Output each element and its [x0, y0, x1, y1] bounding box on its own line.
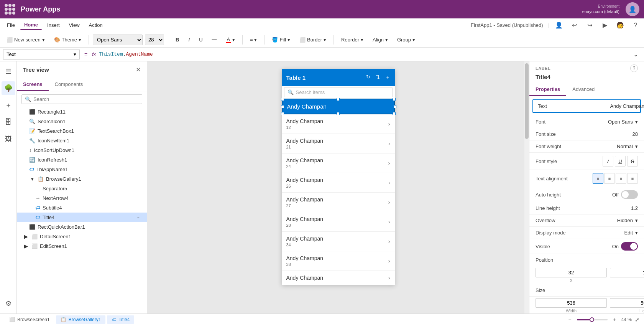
italic-button[interactable]: I	[185, 35, 194, 45]
strikethrough-style-btn[interactable]: S	[627, 156, 638, 167]
tab-advanced[interactable]: Advanced	[566, 83, 601, 96]
help-icon[interactable]: ?	[630, 64, 638, 72]
undo-icon[interactable]: ↩	[569, 20, 580, 31]
theme-button[interactable]: 🎨 Theme ▾	[51, 35, 85, 45]
add-icon[interactable]: ＋	[385, 74, 390, 81]
font-selector[interactable]: Open Sans	[93, 35, 143, 45]
selected-gallery-row[interactable]: Andy Champan	[282, 99, 395, 114]
property-dropdown[interactable]: Text ▾	[3, 49, 80, 60]
insert-icon[interactable]: ＋	[2, 98, 15, 112]
scrollbar-thumb[interactable]	[525, 63, 529, 139]
tree-item-lblappname1[interactable]: 🏷 LblAppName1	[17, 165, 147, 174]
align-left-btn[interactable]: ≡	[593, 173, 603, 184]
gallery-row-8[interactable]: Andy Champan 38 ›	[282, 251, 395, 271]
zoom-thumb[interactable]	[590, 317, 594, 322]
font-color-button[interactable]: A▾	[223, 35, 239, 45]
pos-x-input[interactable]	[536, 268, 607, 277]
close-button[interactable]: ✕	[136, 66, 141, 73]
play-icon[interactable]: ▶	[600, 20, 610, 31]
tree-item-separator5[interactable]: — Separator5	[17, 184, 147, 193]
tree-item-rectquickactionbar1[interactable]: ⬛ RectQuickActionBar1	[17, 222, 147, 232]
zoom-minus-button[interactable]: −	[566, 316, 574, 323]
menu-view[interactable]: View	[65, 21, 84, 30]
align-right-btn[interactable]: ≡	[616, 173, 626, 184]
tree-item-searchicon1[interactable]: 🔍 SearchIcon1	[17, 117, 147, 126]
gallery-row-2[interactable]: Andy Champan 21 ›	[282, 134, 395, 153]
tree-item-subtitle4[interactable]: 🏷 Subtitle4	[17, 203, 147, 213]
font-weight-dropdown[interactable]: Normal ▾	[582, 144, 638, 149]
tree-item-rectangle11[interactable]: ⬛ Rectangle11	[17, 107, 147, 117]
fill-button[interactable]: 🪣 Fill▾	[268, 35, 294, 45]
text-input[interactable]	[580, 103, 644, 109]
help-icon[interactable]: ?	[630, 20, 641, 31]
tree-item-browsegallery1[interactable]: ▾ 📋 BrowseGallery1	[17, 174, 147, 184]
tree-item-iconnewitem1[interactable]: 🔧 IconNewItem1	[17, 136, 147, 145]
pos-y-input[interactable]	[610, 268, 644, 277]
font-size-selector[interactable]: 28	[145, 35, 164, 45]
align-justify-btn[interactable]: ≡	[627, 173, 638, 184]
menu-home[interactable]: Home	[20, 20, 42, 30]
zoom-slider[interactable]	[577, 319, 608, 320]
border-button[interactable]: ⬜ Border▾	[296, 35, 330, 45]
tab-screens[interactable]: Screens	[17, 78, 49, 91]
gallery-row-9[interactable]: Andy Champan ›	[282, 271, 395, 285]
gallery-row-7[interactable]: Andy Champan 34 ›	[282, 232, 395, 251]
bold-button[interactable]: B	[172, 35, 182, 45]
display-mode-dropdown[interactable]: Edit ▾	[582, 230, 638, 236]
tree-expand-right-icon2[interactable]: ▶	[23, 243, 29, 249]
visible-toggle[interactable]	[621, 242, 638, 251]
more-options-button[interactable]: ···	[136, 214, 141, 220]
tree-expand-icon[interactable]: ▾	[29, 176, 35, 182]
person-icon[interactable]: 🧑	[615, 20, 626, 31]
screen-tab-browsescreen1[interactable]: ⬜ BrowseScreen1	[5, 315, 54, 324]
size-height-input[interactable]	[610, 298, 644, 308]
tree-item-nextarrow4[interactable]: → NextArrow4	[17, 193, 147, 203]
menu-action[interactable]: Action	[85, 21, 107, 30]
gallery-row-6[interactable]: Andy Champan 28 ›	[282, 212, 395, 232]
tree-view-icon[interactable]: 🌳	[2, 81, 15, 95]
gallery-row-1[interactable]: Andy Champan 12 ›	[282, 114, 395, 134]
screen-tab-browsegallery1[interactable]: 📋 BrowseGallery1	[56, 315, 106, 324]
tree-search-input[interactable]	[33, 96, 139, 102]
user-avatar[interactable]: 👤	[626, 2, 639, 16]
menu-file[interactable]: File	[3, 21, 19, 30]
tree-item-editscreen1[interactable]: ▶ ⬜ EditScreen1	[17, 241, 147, 251]
redo-icon[interactable]: ↪	[584, 20, 595, 31]
fullscreen-button[interactable]: ⤢	[635, 317, 639, 323]
auto-height-toggle[interactable]	[621, 190, 638, 199]
canvas-scrollbar[interactable]	[524, 61, 529, 313]
zoom-plus-button[interactable]: +	[611, 316, 618, 323]
sort-icon[interactable]: ⇅	[376, 74, 380, 81]
gallery-row-3[interactable]: Andy Champan 24 ›	[282, 153, 395, 173]
hamburger-icon[interactable]: ☰	[2, 64, 15, 78]
tree-item-iconrefresh1[interactable]: 🔄 IconRefresh1	[17, 155, 147, 165]
font-dropdown[interactable]: Open Sans ▾	[582, 119, 638, 125]
tab-components[interactable]: Components	[49, 78, 89, 91]
media-icon[interactable]: 🖼	[2, 132, 15, 146]
extensions-icon[interactable]: ⚙	[2, 297, 15, 310]
tree-item-iconsortupdown1[interactable]: ↕ IconSortUpDown1	[17, 145, 147, 155]
underline-style-btn[interactable]: U	[615, 156, 626, 167]
gallery-row-5[interactable]: Andy Champan 27 ›	[282, 193, 395, 212]
size-width-input[interactable]	[536, 298, 607, 308]
waffle-menu-icon[interactable]	[5, 4, 15, 15]
app-search-bar[interactable]: 🔍 Search items	[284, 87, 393, 97]
gallery-row-4[interactable]: Andy Champan 26 ›	[282, 173, 395, 193]
tab-properties[interactable]: Properties	[529, 83, 566, 96]
user-check-icon[interactable]: 👤	[554, 20, 564, 31]
menu-insert[interactable]: Insert	[43, 21, 64, 30]
data-icon[interactable]: 🗄	[2, 115, 15, 129]
screen-tab-title4[interactable]: 🏷 Title4	[107, 315, 134, 324]
align-center-btn[interactable]: ≡	[604, 173, 615, 184]
tree-item-detailscreen1[interactable]: ▶ ⬜ DetailScreen1	[17, 232, 147, 241]
tree-item-title4[interactable]: 🏷 Title4 ···	[17, 213, 147, 222]
underline-button[interactable]: U	[196, 35, 206, 45]
overflow-dropdown[interactable]: Hidden ▾	[582, 218, 638, 223]
text-align-button[interactable]: ≡ ▾	[246, 35, 260, 45]
formula-input[interactable]: ThisItem.AgentName	[99, 51, 627, 57]
new-screen-button[interactable]: ⬜ New screen ▾	[3, 35, 48, 45]
formula-expand-icon[interactable]: ⌄	[630, 49, 641, 60]
reorder-button[interactable]: Reorder▾	[338, 35, 367, 45]
refresh-icon[interactable]: ↻	[366, 74, 370, 81]
strikethrough-button[interactable]: —	[209, 35, 220, 45]
